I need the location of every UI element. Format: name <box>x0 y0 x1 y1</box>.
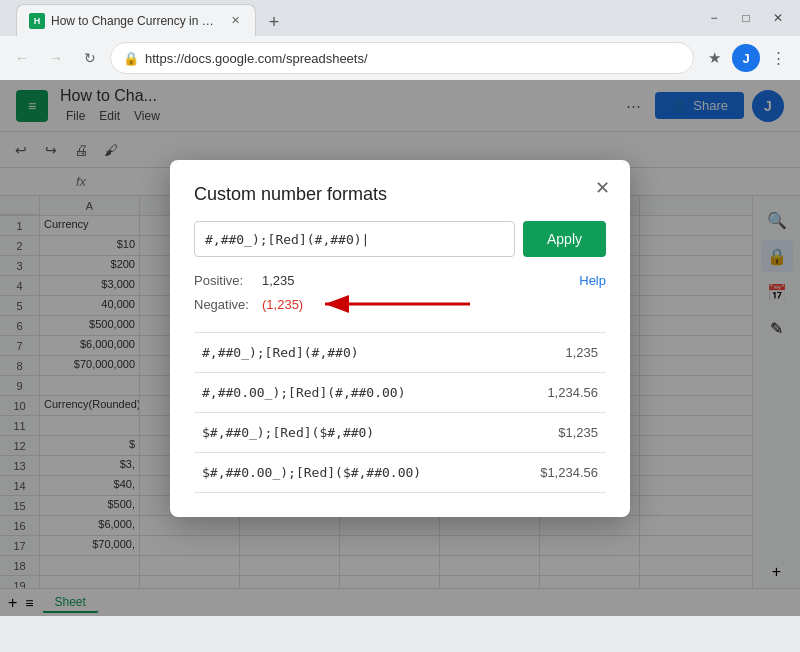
format-code-4: $#,##0.00_);[Red]($#,##0.00) <box>202 465 421 480</box>
lock-icon: 🔒 <box>123 51 139 66</box>
positive-value: 1,235 <box>262 273 295 288</box>
format-input-field[interactable] <box>194 221 515 257</box>
help-link[interactable]: Help <box>579 273 606 288</box>
browser-toolbar-right: ★ J ⋮ <box>700 44 792 72</box>
format-preview-4: $1,234.56 <box>540 465 598 480</box>
format-input-row: Apply <box>194 221 606 257</box>
format-code-2: #,##0.00_);[Red](#,##0.00) <box>202 385 406 400</box>
window-controls: − □ ✕ <box>700 8 792 28</box>
list-item[interactable]: #,##0.00_);[Red](#,##0.00) 1,234.56 <box>194 373 606 413</box>
list-item[interactable]: #,##0_);[Red](#,##0) 1,235 <box>194 333 606 373</box>
modal-close-button[interactable]: ✕ <box>590 176 614 200</box>
format-list: #,##0_);[Red](#,##0) 1,235 #,##0.00_);[R… <box>194 332 606 493</box>
close-button[interactable]: ✕ <box>764 8 792 28</box>
modal-overlay: ✕ Custom number formats Apply Positive: … <box>0 80 800 616</box>
apply-button[interactable]: Apply <box>523 221 606 257</box>
title-bar: H How to Change Currency in Goo... ✕ + −… <box>0 0 800 36</box>
custom-number-format-modal: ✕ Custom number formats Apply Positive: … <box>170 160 630 517</box>
address-bar[interactable]: 🔒 https://docs.google.com/spreadsheets/ <box>110 42 694 74</box>
forward-button[interactable]: → <box>42 44 70 72</box>
browser-menu-button[interactable]: ⋮ <box>764 44 792 72</box>
url-text: https://docs.google.com/spreadsheets/ <box>145 51 681 66</box>
app-area: ≡ How to Cha... File Edit View ⋯ 👤 Share… <box>0 80 800 616</box>
tab-favicon: H <box>29 13 45 29</box>
format-code-1: #,##0_);[Red](#,##0) <box>202 345 359 360</box>
extensions-button[interactable]: ★ <box>700 44 728 72</box>
address-bar-row: ← → ↻ 🔒 https://docs.google.com/spreadsh… <box>0 36 800 80</box>
format-preview-1: 1,235 <box>565 345 598 360</box>
modal-title: Custom number formats <box>194 184 606 205</box>
format-preview-2: 1,234.56 <box>547 385 598 400</box>
new-tab-button[interactable]: + <box>260 8 288 36</box>
minimize-button[interactable]: − <box>700 8 728 28</box>
format-code-3: $#,##0_);[Red]($#,##0) <box>202 425 374 440</box>
negative-label: Negative: <box>194 297 254 312</box>
reload-button[interactable]: ↻ <box>76 44 104 72</box>
maximize-button[interactable]: □ <box>732 8 760 28</box>
positive-label: Positive: <box>194 273 254 288</box>
positive-preview-row: Positive: 1,235 <box>194 273 579 288</box>
list-item[interactable]: $#,##0_);[Red]($#,##0) $1,235 <box>194 413 606 453</box>
tab-close-button[interactable]: ✕ <box>227 13 243 29</box>
tab-title: How to Change Currency in Goo... <box>51 14 221 28</box>
back-button[interactable]: ← <box>8 44 36 72</box>
browser-tab[interactable]: H How to Change Currency in Goo... ✕ <box>16 4 256 36</box>
format-preview-3: $1,235 <box>558 425 598 440</box>
negative-preview-row: Negative: (1,235) <box>194 290 579 318</box>
tab-bar: H How to Change Currency in Goo... ✕ + <box>8 0 692 36</box>
chrome-profile-avatar[interactable]: J <box>732 44 760 72</box>
list-item[interactable]: $#,##0.00_);[Red]($#,##0.00) $1,234.56 <box>194 453 606 493</box>
negative-value: (1,235) <box>262 297 303 312</box>
red-arrow-indicator <box>315 290 475 318</box>
preview-area: Positive: 1,235 Negative: (1,235) <box>194 273 579 320</box>
